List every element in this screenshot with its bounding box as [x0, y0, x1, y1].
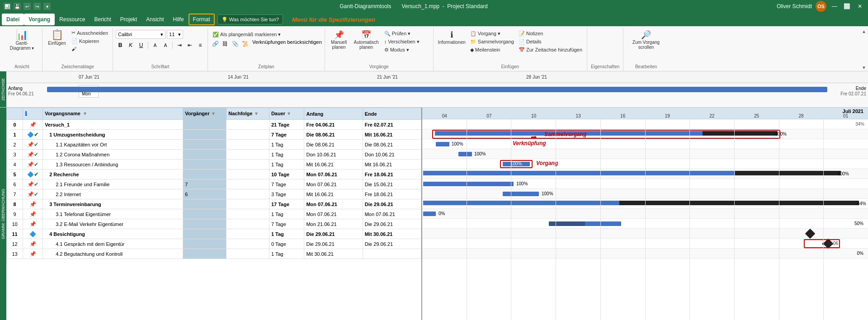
check-icon: ✔	[34, 191, 38, 198]
menu-hilfe[interactable]: Hilfe	[169, 14, 189, 25]
einfuegen-small2: 📝 Notizen 📄 Details 📅 Zur Zeitachse hinz…	[517, 30, 584, 54]
th-name-filter-icon[interactable]: ▾	[84, 111, 86, 116]
minimize-button[interactable]: —	[830, 2, 839, 11]
menu-datei[interactable]: Datei	[2, 14, 24, 25]
font-size: 11	[169, 32, 175, 37]
indent-button[interactable]: ⇥	[175, 41, 184, 50]
diamond-11	[805, 229, 816, 239]
redo-icon[interactable]: ↪	[33, 3, 41, 10]
menu-ressource[interactable]: Ressource	[55, 14, 90, 25]
link-icon[interactable]: 🔗	[211, 39, 220, 48]
notizen-button[interactable]: 📝 Notizen	[517, 30, 584, 38]
save-icon[interactable]: 💾	[14, 3, 21, 10]
th-start[interactable]: Anfang	[304, 108, 363, 120]
th-end[interactable]: Ende	[363, 108, 421, 120]
automatisch-planen-button[interactable]: 📅 Automatischplanen	[352, 30, 381, 54]
cell-end: Die 29.06.21	[363, 219, 421, 229]
main-area: GRAMM: ÜBERWACHUNG ℹ Vorgangsname ▾	[0, 108, 868, 320]
cell-icons: 📌✔	[23, 150, 43, 160]
table-row: 13📌4.2 Begutachtung und Kontroll1 TagMit…	[7, 249, 421, 259]
ribbon-collapse-button[interactable]: ▼	[862, 65, 866, 70]
highlight-color-button[interactable]: A	[151, 41, 160, 50]
th-pre-filter-icon[interactable]: ▾	[212, 111, 215, 116]
user-name: Oliver Schmidt	[777, 3, 812, 9]
font-controls: Calibri ▾ 11 ▾ B K U A A ⇥ ⇤ ≡	[116, 29, 205, 50]
bearbeiten-label: Bearbeiten	[635, 63, 657, 70]
zum-vorgang-scrollen-button[interactable]: 🔎 Zum Vorgangscrollen	[626, 30, 666, 51]
bar-row6	[423, 182, 514, 186]
font-color-button[interactable]: A	[161, 41, 170, 50]
timeline-area: ZEITACHSE 07 Jun '21 14 Jun '21 21 Jun '…	[0, 71, 868, 108]
th-succ-filter-icon[interactable]: ▾	[255, 111, 258, 116]
verschieben-button[interactable]: ↕ Verschieben ▾	[382, 38, 421, 46]
menu-ansicht[interactable]: Ansicht	[142, 14, 168, 25]
font-size-dropdown-icon: ▾	[178, 32, 181, 38]
format-painter-button[interactable]: 🖌	[70, 45, 110, 52]
plangemäß-button[interactable]: ✅ Als plangemäß markieren ▾	[211, 31, 322, 38]
search-box[interactable]: 💡 Was möchten Sie tun?	[217, 14, 283, 24]
th-pre[interactable]: Vorgänger ▾	[183, 108, 226, 120]
cell-pre	[183, 140, 226, 150]
modus-button[interactable]: ⚙ Modus ▾	[382, 46, 421, 54]
cell-end: Mit 16.06.21	[363, 130, 421, 140]
scroll-icon[interactable]: 📜	[241, 39, 250, 48]
underline-button[interactable]: U	[137, 41, 146, 50]
maximize-button[interactable]: ⬜	[843, 2, 852, 11]
ribbon-group-bearbeiten: 🔎 Zum Vorgangscrollen Bearbeiten	[623, 28, 669, 71]
percent-1: 100%	[775, 132, 787, 136]
italic-button[interactable]: K	[126, 41, 135, 50]
date-21jun: 21 Jun '21	[377, 75, 398, 80]
note-icon[interactable]: 📎	[231, 39, 240, 48]
gantt-diagramm-button[interactable]: 📊 Gantt-Diagramm ▾	[8, 29, 36, 52]
font-name-selector[interactable]: Calibri ▾	[116, 30, 165, 39]
einfuegen-button[interactable]: 📋 Einfügen	[45, 29, 69, 47]
check-icon: ✔	[34, 141, 38, 148]
quick-access-icon[interactable]: ▾	[43, 3, 51, 10]
menu-bericht[interactable]: Bericht	[90, 14, 115, 25]
menu-projekt[interactable]: Projekt	[116, 14, 142, 25]
th-dur-filter-icon[interactable]: ▾	[288, 111, 290, 116]
pin-icon: 📌	[29, 122, 36, 128]
cell-dur: 17 Tage	[269, 199, 304, 209]
chart-row-5: 100%	[422, 169, 868, 179]
font-size-selector[interactable]: 11 ▾	[167, 30, 183, 39]
menu-format[interactable]: Format	[189, 14, 215, 25]
bold-button[interactable]: B	[116, 41, 125, 50]
cell-end: Die 08.06.21	[363, 140, 421, 150]
ribbon-expand-button[interactable]: ▲	[862, 29, 866, 34]
details-button[interactable]: 📄 Details	[517, 38, 584, 46]
gantt-table: ℹ Vorgangsname ▾ Vorgänger ▾ Nachfolge	[6, 108, 421, 259]
user-avatar[interactable]: OS	[816, 1, 826, 12]
cut-button[interactable]: ✂ Ausschneiden	[70, 29, 110, 37]
ribbon-expand: ▲ ▼	[862, 28, 866, 71]
cell-start: Mon 07.06.21	[304, 179, 363, 189]
vorgang-einfuegen-button[interactable]: 📋 Vorgang ▾	[468, 30, 516, 38]
gantt-icon: 📊	[16, 30, 28, 40]
title-bar: 📊 💾 ↩ ↪ ▾ Gantt-Diagrammtools Versuch_1.…	[0, 0, 868, 13]
cell-dur: 3 Tage	[269, 189, 304, 199]
menu-vorgang[interactable]: Vorgang	[24, 14, 55, 25]
copy-button[interactable]: 📄 Kopieren	[70, 37, 110, 45]
sammelvorgang-button[interactable]: 📁 Sammelvorgang	[468, 38, 516, 46]
informationen-button[interactable]: ℹ Informationen	[436, 30, 467, 54]
ribbon-group-ansicht: 📊 Gantt-Diagramm ▾ Ansicht	[2, 28, 42, 71]
th-name[interactable]: Vorgangsname ▾	[43, 108, 183, 120]
th-succ[interactable]: Nachfolge ▾	[226, 108, 269, 120]
close-button[interactable]: ✕	[855, 2, 864, 11]
meilenstein-einfuegen-button[interactable]: ◆ Meilenstein	[468, 46, 516, 54]
timeline-end-label: Ende	[856, 86, 866, 91]
cell-succ	[226, 160, 269, 169]
manuell-planen-button[interactable]: 📌 Manuellplanen	[328, 30, 350, 54]
align-button[interactable]: ≡	[196, 41, 205, 50]
th-dur[interactable]: Dauer ▾	[269, 108, 304, 120]
unlink-icon[interactable]: ⛓	[221, 39, 230, 48]
zeitachse-button[interactable]: 📅 Zur Zeitachse hinzufügen	[517, 46, 584, 54]
pin-icon: 📌	[27, 181, 34, 188]
chart-row-4: 100% Vorgang	[422, 159, 868, 169]
outdent-button[interactable]: ⇤	[185, 41, 194, 50]
chart-row-3: 100%	[422, 149, 868, 159]
table-row: 7📌✔2.2 Internet63 TageMit 16.06.21Fre 18…	[7, 189, 421, 199]
ribbon-group-einfuegen: ℹ Informationen 📋 Vorgang ▾ 📁 Sammelvorg…	[434, 28, 588, 71]
undo-icon[interactable]: ↩	[24, 3, 31, 10]
pruefen-button[interactable]: 🔍 Prüfen ▾	[382, 30, 421, 38]
